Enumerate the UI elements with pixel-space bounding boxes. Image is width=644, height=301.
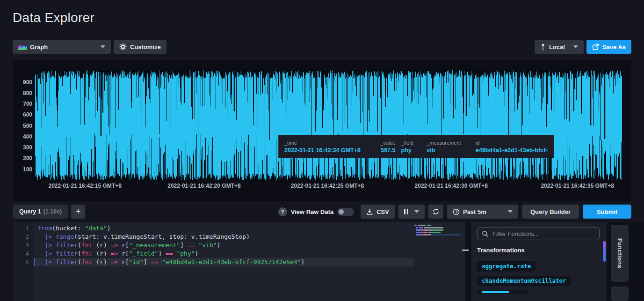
x-tick-label: 2022-01-21 16:42:30 GMT+8 bbox=[415, 183, 488, 189]
write-target-dropdown[interactable]: Local bbox=[535, 40, 584, 54]
view-type-dropdown[interactable]: Graph bbox=[13, 40, 111, 54]
function-chip[interactable]: aggregate.rate bbox=[477, 261, 535, 272]
y-tick-label: 800 bbox=[23, 90, 32, 96]
function-list: aggregate.ratechandeMomentumOscillator bbox=[477, 261, 603, 294]
chevron-down-icon bbox=[508, 210, 513, 213]
query-builder-button[interactable]: Query Builder bbox=[522, 205, 579, 219]
plot-area[interactable] bbox=[35, 70, 622, 180]
submit-label: Submit bbox=[597, 208, 617, 215]
code-line[interactable]: |> filter(fn: (r) => r["_measurement"] =… bbox=[34, 241, 414, 250]
tooltip-field-label: _measurement bbox=[427, 140, 470, 146]
x-tick-label: 2022-01-21 16:42:25 GMT+8 bbox=[291, 183, 364, 189]
x-tick-label: 2022-01-21 16:42:15 GMT+8 bbox=[48, 183, 121, 189]
export-icon bbox=[592, 44, 599, 51]
customize-label: Customize bbox=[130, 44, 161, 51]
code-line[interactable]: |> range(start: v.timeRangeStart, stop: … bbox=[34, 233, 414, 241]
code-line[interactable]: from(bucket: "data") bbox=[34, 224, 414, 233]
csv-label: CSV bbox=[376, 208, 389, 215]
section-divider bbox=[471, 259, 607, 259]
refresh-button[interactable] bbox=[428, 205, 443, 219]
tooltip-field-value: vib bbox=[427, 147, 470, 154]
chevron-down-icon bbox=[414, 210, 419, 213]
chevron-down-icon bbox=[573, 45, 578, 48]
x-tick-label: 2022-01-21 16:42:35 GMT+8 bbox=[541, 183, 614, 189]
submit-button[interactable]: Submit bbox=[583, 205, 631, 219]
tooltip-field-label: id bbox=[476, 140, 548, 146]
functions-section-title: Transformations bbox=[477, 247, 603, 254]
query-editor-section: 12345 from(bucket: "data") |> range(star… bbox=[13, 222, 644, 301]
hover-tooltip: _time 2022-01-21 16:42:34 GMT+8_value 56… bbox=[278, 135, 554, 158]
functions-tab-label: Functions bbox=[616, 238, 623, 268]
download-icon bbox=[366, 208, 373, 215]
tooltip-field-label: _time bbox=[284, 140, 365, 146]
view-toolbar: Graph Customize bbox=[13, 40, 631, 54]
minimap-row bbox=[414, 232, 463, 233]
view-raw-data-toggle[interactable] bbox=[337, 208, 354, 216]
function-chip[interactable]: chandeMomentumOscillator bbox=[477, 276, 571, 286]
function-list-scrollbar[interactable] bbox=[603, 241, 606, 262]
view-raw-data-label: View Raw Data bbox=[291, 208, 334, 215]
tab-partial[interactable] bbox=[611, 286, 629, 301]
query-duration: (1.16s) bbox=[43, 208, 62, 215]
line-number: 4 bbox=[13, 250, 34, 258]
minimap-row bbox=[414, 227, 463, 228]
tooltip-column: id e48bd4a1-e2d1-43eb-bfcf-992... bbox=[476, 140, 548, 154]
query-tab-name: Query 1 bbox=[19, 208, 41, 215]
x-axis: 2022-01-21 16:42:15 GMT+82022-01-21 16:4… bbox=[35, 183, 622, 191]
add-query-button[interactable]: + bbox=[71, 205, 85, 219]
tooltip-column: _value 567.5 bbox=[370, 140, 396, 154]
minimap-row bbox=[414, 225, 463, 226]
view-type-label: Graph bbox=[30, 44, 48, 51]
customize-button[interactable]: Customize bbox=[114, 40, 166, 54]
refresh-icon bbox=[432, 208, 440, 215]
y-tick-label: 300 bbox=[23, 144, 32, 151]
y-tick-label: 100 bbox=[23, 166, 32, 173]
graph-panel: 100200300400500600700800900 2022-01-21 1… bbox=[13, 60, 631, 201]
time-range-dropdown[interactable]: Past 5m bbox=[447, 205, 518, 219]
tooltip-column: _measurement vib bbox=[427, 140, 470, 154]
clock-icon bbox=[453, 208, 460, 215]
data-explorer-page: Data Explorer Graph bbox=[0, 0, 644, 301]
query-tab[interactable]: Query 1 (1.16s) bbox=[13, 205, 68, 219]
tab-functions[interactable]: Functions bbox=[611, 225, 629, 282]
chevron-down-icon bbox=[101, 45, 105, 48]
tooltip-field-value: e48bd4a1-e2d1-43eb-bfcf-992... bbox=[476, 147, 548, 154]
raw-data-group: ? View Raw Data bbox=[278, 207, 355, 216]
y-tick-label: 200 bbox=[23, 155, 32, 162]
code-line[interactable]: |> filter(fn: (r) => r["id"] == "e48bd4a… bbox=[34, 258, 414, 266]
save-as-button[interactable]: Save As bbox=[586, 40, 631, 54]
query-action-buttons: CSV bbox=[361, 205, 631, 219]
tooltip-field-label: _field bbox=[401, 140, 421, 146]
gear-icon bbox=[119, 43, 127, 51]
functions-panel: Transformations aggregate.ratechandeMome… bbox=[471, 222, 607, 301]
y-tick-label: 400 bbox=[23, 133, 32, 140]
line-number: 3 bbox=[13, 241, 34, 250]
editor-minimap[interactable] bbox=[414, 222, 465, 301]
tooltip-field-value: 567.5 bbox=[370, 147, 396, 154]
tooltip-column: _field phy bbox=[401, 140, 421, 154]
pin-icon bbox=[540, 44, 546, 51]
code-area[interactable]: from(bucket: "data") |> range(start: v.t… bbox=[34, 222, 414, 301]
function-search-box[interactable] bbox=[477, 227, 600, 240]
code-line[interactable]: |> filter(fn: (r) => r["_field"] == "phy… bbox=[34, 250, 414, 258]
y-tick-label: 700 bbox=[23, 101, 32, 107]
function-search-input[interactable] bbox=[492, 230, 595, 237]
function-chip-partial[interactable] bbox=[477, 290, 528, 294]
minimap-row bbox=[414, 229, 463, 231]
line-number-gutter: 12345 bbox=[13, 222, 34, 301]
pause-refresh-dropdown[interactable] bbox=[398, 205, 425, 219]
flux-code-editor[interactable]: 12345 from(bucket: "data") |> range(star… bbox=[13, 222, 465, 301]
help-icon[interactable]: ? bbox=[278, 207, 287, 216]
line-number: 5 bbox=[13, 258, 34, 266]
tooltip-field-value: 2022-01-21 16:42:34 GMT+8 bbox=[284, 147, 365, 154]
download-csv-button[interactable]: CSV bbox=[361, 205, 395, 219]
minimap-row bbox=[414, 234, 463, 235]
query-builder-label: Query Builder bbox=[530, 208, 571, 215]
page-title: Data Explorer bbox=[13, 10, 94, 25]
area-chart-icon bbox=[18, 44, 27, 50]
tooltip-field-value: phy bbox=[401, 147, 421, 154]
pane-divider[interactable] bbox=[465, 222, 471, 301]
pane-resize-handle[interactable] bbox=[462, 250, 469, 251]
y-tick-label: 900 bbox=[23, 79, 32, 86]
tooltip-field-label: _value bbox=[370, 140, 396, 146]
